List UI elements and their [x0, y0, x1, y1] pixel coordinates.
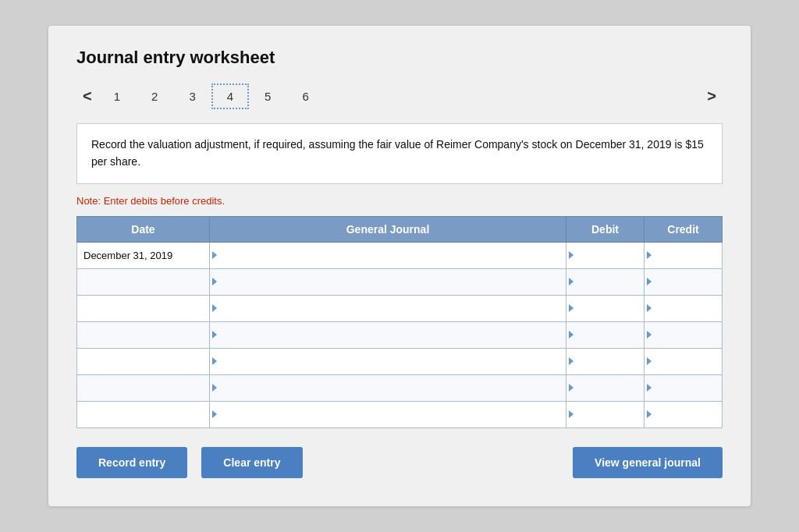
tab-3[interactable]: 3	[173, 83, 211, 109]
credit-cell-3[interactable]	[645, 295, 723, 321]
journal-cell-2[interactable]	[210, 268, 566, 295]
cell-arrow-icon	[569, 278, 574, 286]
instruction-box: Record the valuation adjustment, if requ…	[76, 123, 723, 183]
debit-cell-4[interactable]	[566, 321, 645, 348]
date-cell-4[interactable]	[77, 321, 210, 348]
date-cell-5[interactable]	[77, 348, 210, 374]
cell-arrow-icon	[212, 357, 217, 365]
journal-cell-1[interactable]	[210, 242, 566, 268]
cell-arrow-icon	[212, 384, 217, 392]
cell-arrow-icon	[647, 331, 652, 339]
date-cell-7[interactable]	[77, 401, 210, 427]
record-entry-button[interactable]: Record entry	[76, 447, 187, 478]
journal-cell-5[interactable]	[210, 348, 566, 374]
cell-arrow-icon	[212, 251, 217, 259]
col-header-credit: Credit	[645, 216, 723, 242]
debit-cell-7[interactable]	[566, 401, 645, 427]
journal-worksheet-card: Journal entry worksheet < 1 2 3 4 5 6 > …	[48, 26, 751, 505]
instruction-text: Record the valuation adjustment, if requ…	[91, 138, 704, 168]
credit-cell-7[interactable]	[645, 401, 723, 427]
col-header-journal: General Journal	[210, 216, 566, 242]
debit-cell-5[interactable]	[566, 348, 645, 374]
cell-arrow-icon	[212, 331, 217, 339]
date-cell-6[interactable]	[77, 374, 210, 401]
credit-cell-4[interactable]	[645, 321, 723, 348]
cell-arrow-icon	[569, 410, 574, 418]
table-row	[77, 295, 723, 321]
col-header-debit: Debit	[566, 216, 645, 242]
cell-arrow-icon	[647, 304, 652, 312]
cell-arrow-icon	[212, 278, 217, 286]
tab-1[interactable]: 1	[98, 83, 136, 109]
journal-cell-6[interactable]	[210, 374, 566, 401]
date-cell-3[interactable]	[77, 295, 210, 321]
table-row	[77, 321, 723, 348]
cell-arrow-icon	[569, 331, 574, 339]
debit-cell-2[interactable]	[566, 268, 645, 295]
buttons-row: Record entry Clear entry View general jo…	[76, 447, 723, 478]
cell-arrow-icon	[569, 251, 574, 259]
page-title: Journal entry worksheet	[76, 48, 723, 68]
journal-cell-4[interactable]	[210, 321, 566, 348]
cell-arrow-icon	[569, 357, 574, 365]
cell-arrow-icon	[212, 410, 217, 418]
journal-cell-3[interactable]	[210, 295, 566, 321]
credit-cell-2[interactable]	[645, 268, 723, 295]
cell-arrow-icon	[647, 357, 652, 365]
view-general-journal-button[interactable]: View general journal	[573, 447, 723, 478]
date-cell-1[interactable]: December 31, 2019	[77, 242, 210, 268]
tab-6[interactable]: 6	[286, 83, 324, 109]
table-row	[77, 374, 723, 401]
cell-arrow-icon	[569, 304, 574, 312]
tab-4[interactable]: 4	[211, 83, 249, 109]
tab-navigation: < 1 2 3 4 5 6 >	[76, 83, 723, 109]
note-text: Note: Enter debits before credits.	[76, 195, 723, 207]
journal-cell-7[interactable]	[210, 401, 566, 427]
debit-cell-6[interactable]	[566, 374, 645, 401]
cell-arrow-icon	[647, 410, 652, 418]
cell-arrow-icon	[569, 384, 574, 392]
table-row: December 31, 2019	[77, 242, 723, 268]
debit-cell-1[interactable]	[566, 242, 645, 268]
next-arrow[interactable]: >	[701, 86, 723, 107]
date-cell-2[interactable]	[77, 268, 210, 295]
cell-arrow-icon	[212, 304, 217, 312]
tab-2[interactable]: 2	[136, 83, 173, 109]
table-row	[77, 401, 723, 427]
prev-arrow[interactable]: <	[76, 86, 98, 107]
cell-arrow-icon	[647, 251, 652, 259]
tab-5[interactable]: 5	[249, 83, 286, 109]
table-row	[77, 268, 723, 295]
journal-table: Date General Journal Debit Credit Decemb…	[76, 216, 723, 428]
cell-arrow-icon	[647, 384, 652, 392]
clear-entry-button[interactable]: Clear entry	[201, 447, 302, 478]
credit-cell-1[interactable]	[645, 242, 723, 268]
table-row	[77, 348, 723, 374]
credit-cell-5[interactable]	[645, 348, 723, 374]
debit-cell-3[interactable]	[566, 295, 645, 321]
credit-cell-6[interactable]	[645, 374, 723, 401]
col-header-date: Date	[77, 216, 210, 242]
cell-arrow-icon	[647, 278, 652, 286]
